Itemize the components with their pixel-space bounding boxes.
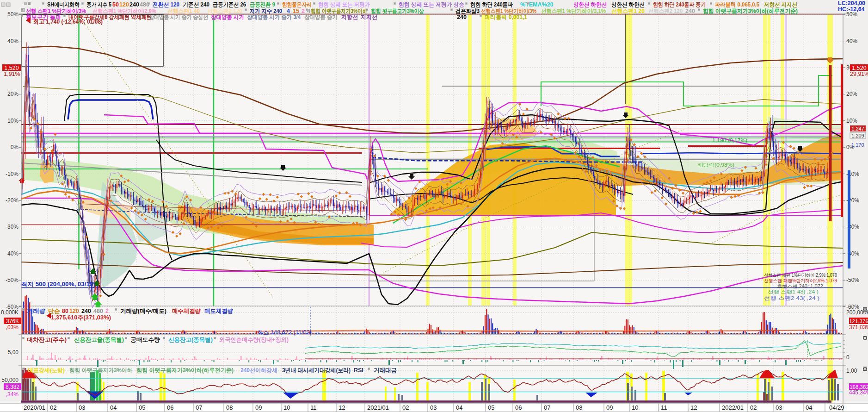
svg-text:05: 05 xyxy=(139,404,145,411)
svg-text:07: 07 xyxy=(544,404,550,411)
svg-text:02: 02 xyxy=(50,404,56,411)
svg-text:최고 1,740 (-12,64%; 01/08): 최고 1,740 (-12,64%; 01/08) xyxy=(33,18,103,25)
svg-text:힘힘 아랫구름저가3%이하: 힘힘 아랫구름저가3%이하 xyxy=(311,8,367,14)
svg-text:2022/01: 2022/01 xyxy=(722,404,744,411)
svg-text:03: 03 xyxy=(430,404,437,411)
svg-text:급등전환 9: 급등전환 9 xyxy=(250,1,275,8)
svg-text:445,34%: 445,34% xyxy=(849,389,868,396)
svg-text:1,170: 1,170 xyxy=(851,142,864,148)
svg-text:1,375,610주(371,03%): 1,375,610주(371,03%) xyxy=(51,314,111,321)
svg-text:3년내 대시세기대강세(보라): 3년내 대시세기대강세(보라) xyxy=(282,367,351,374)
svg-text:04: 04 xyxy=(806,404,812,411)
svg-text:신용잔고율(종목별): 신용잔고율(종목별) xyxy=(74,337,124,343)
svg-text:-50%: -50% xyxy=(846,277,859,283)
svg-text:장대양봉 증가: 장대양봉 증가 xyxy=(304,14,338,20)
svg-text:06: 06 xyxy=(167,404,173,411)
svg-text:12: 12 xyxy=(690,404,697,411)
svg-text:HC:-12,64: HC:-12,64 xyxy=(838,6,865,12)
svg-text:선행스팬2 120: 선행스팬2 120 xyxy=(207,8,242,14)
svg-text:힘힘 하단 240돌파: 힘힘 하단 240돌파 xyxy=(470,1,513,8)
svg-text:10: 10 xyxy=(632,404,638,411)
svg-text:힘힘 하단 240돌파 중기: 힘힘 하단 240돌파 중기 xyxy=(653,1,706,8)
svg-text:11: 11 xyxy=(310,404,317,411)
svg-text:240: 240 xyxy=(129,1,139,8)
svg-text:후행스팬 240: 1,072: 후행스팬 240: 1,072 xyxy=(777,284,823,289)
svg-text:장대양봉 시가 증가 중심선: 장대양봉 시가 증가 중심선 xyxy=(149,14,208,20)
svg-text:80: 80 xyxy=(62,308,68,314)
svg-text:8,382: 8,382 xyxy=(6,384,19,390)
svg-text:선행 스팬1 43( ,24 ): 선행 스팬1 43( ,24 ) xyxy=(768,289,819,294)
svg-text:2: 2 xyxy=(105,308,109,314)
svg-text:371,03%: 371,03% xyxy=(849,324,868,331)
svg-text:,03%: ,03% xyxy=(6,324,19,331)
svg-text:선행스팬2 120: 선행스팬2 120 xyxy=(648,8,683,14)
svg-text:168,382: 168,382 xyxy=(850,384,868,390)
svg-text:저항선: 저항선 xyxy=(341,14,358,20)
svg-text:최소 148,672 (11/02): 최소 148,672 (11/02) xyxy=(257,329,312,336)
svg-text:121,376: 121,376 xyxy=(849,318,868,324)
svg-text:-50%: -50% xyxy=(6,277,18,283)
svg-text:50: 50 xyxy=(112,1,119,8)
svg-text:힘힘 상폐 또는 저평가 상승: 힘힘 상폐 또는 저평가 상승 xyxy=(399,1,464,8)
svg-text:05: 05 xyxy=(488,404,494,411)
svg-text:공매도수량: 공매도수량 xyxy=(130,337,160,343)
svg-text:0%: 0% xyxy=(11,144,19,150)
svg-text:대차잔고(주수): 대차잔고(주수) xyxy=(27,337,67,343)
svg-text:1,91%: 1,91% xyxy=(4,71,20,77)
svg-text:거래량(매수/매도): 거래량(매수/매도) xyxy=(120,308,166,314)
svg-text:선행스팬1 %단기하이/2,9%: 선행스팬1 %단기하이/2,9% xyxy=(92,8,156,14)
svg-text:지지선: 지지선 xyxy=(361,14,377,20)
svg-text:장대양봉 시가 증가 3/4: 장대양봉 시가 증가 3/4 xyxy=(247,14,301,20)
svg-text:-40%: -40% xyxy=(6,250,18,257)
svg-text:04: 04 xyxy=(456,404,462,411)
svg-text:2020/01: 2020/01 xyxy=(24,404,45,411)
svg-text:09: 09 xyxy=(606,404,613,411)
svg-text:07: 07 xyxy=(196,404,202,411)
svg-text:12: 12 xyxy=(339,404,345,411)
svg-text:힘힘 아랫구름저가3%이하: 힘힘 아랫구름저가3%이하 xyxy=(69,367,132,374)
svg-text:-10%: -10% xyxy=(6,171,18,177)
svg-text:02: 02 xyxy=(402,404,409,411)
svg-text:02: 02 xyxy=(750,404,757,411)
svg-text:50%: 50% xyxy=(7,11,18,18)
svg-text:1,520: 1,520 xyxy=(852,65,866,71)
svg-text:120: 120 xyxy=(119,1,129,8)
svg-text:선행스팬1 20: 선행스팬1 20 xyxy=(611,8,645,14)
svg-text:1,190 (0,17%): 1,190 (0,17%) xyxy=(712,137,747,143)
svg-text:29,91%: 29,91% xyxy=(850,71,868,77)
svg-text:1,209: 1,209 xyxy=(851,133,864,138)
svg-text:선행스팬 패팬 1%단기하이 2,9%:1,070: 선행스팬 패팬 1%단기하이 2,9%:1,070 xyxy=(764,273,837,278)
svg-text:RSI: RSI xyxy=(354,367,363,374)
svg-text:파라볼릭 0,001,1: 파라볼릭 0,001,1 xyxy=(485,14,527,20)
svg-text:선행 스팬2 43( ,24 ): 선행 스팬2 43( ,24 ) xyxy=(764,295,819,301)
svg-text:06: 06 xyxy=(515,404,522,411)
svg-text:40%: 40% xyxy=(7,38,18,44)
svg-text:LC:204,00: LC:204,00 xyxy=(838,0,865,6)
svg-text:240: 240 xyxy=(685,8,695,14)
svg-text:03: 03 xyxy=(79,404,85,411)
svg-text:급등기준선 26: 급등기준선 26 xyxy=(213,1,246,8)
svg-text:15: 15 xyxy=(293,8,299,14)
svg-text:240선이하강세: 240선이하강세 xyxy=(240,367,277,374)
svg-text:120: 120 xyxy=(69,308,79,314)
svg-text:힘힘 상폐 또는 저평가: 힘힘 상폐 또는 저평가 xyxy=(318,1,370,8)
svg-text:2021/01: 2021/01 xyxy=(367,404,389,411)
svg-text:선행스팬1 %단기하이/3,1%: 선행스팬1 %단기하이/3,1% xyxy=(541,8,606,14)
svg-text:376K: 376K xyxy=(6,318,19,325)
svg-text:08: 08 xyxy=(576,404,582,411)
svg-text:힘힘좋은자리: 힘힘좋은자리 xyxy=(282,1,312,8)
svg-text:선행스팬1 40: 선행스팬1 40 xyxy=(167,8,200,14)
svg-text:전환선 120: 전환선 120 xyxy=(153,1,179,8)
svg-text:신용잔고(종목별): 신용잔고(종목별) xyxy=(168,337,213,343)
svg-text:저가 지수 240: 저가 지수 240 xyxy=(250,8,282,14)
svg-text:선행스팬1 %단기하이/3%: 선행스팬1 %단기하이/3% xyxy=(481,8,536,14)
svg-text:단순: 단순 xyxy=(48,308,60,314)
svg-text:거래대금: 거래대금 xyxy=(374,367,397,374)
svg-text:최저 500 (204,00%, 03/19): 최저 500 (204,00%, 03/19) xyxy=(21,281,95,287)
svg-text:10%: 10% xyxy=(7,118,18,124)
svg-text:1,247: 1,247 xyxy=(851,126,864,131)
svg-text:상한선 하한선: 상한선 하한선 xyxy=(573,1,607,8)
svg-text:매수체결량: 매수체결량 xyxy=(172,308,201,314)
svg-text:기준선 240: 기준선 240 xyxy=(183,1,209,8)
svg-text:08: 08 xyxy=(226,404,233,411)
